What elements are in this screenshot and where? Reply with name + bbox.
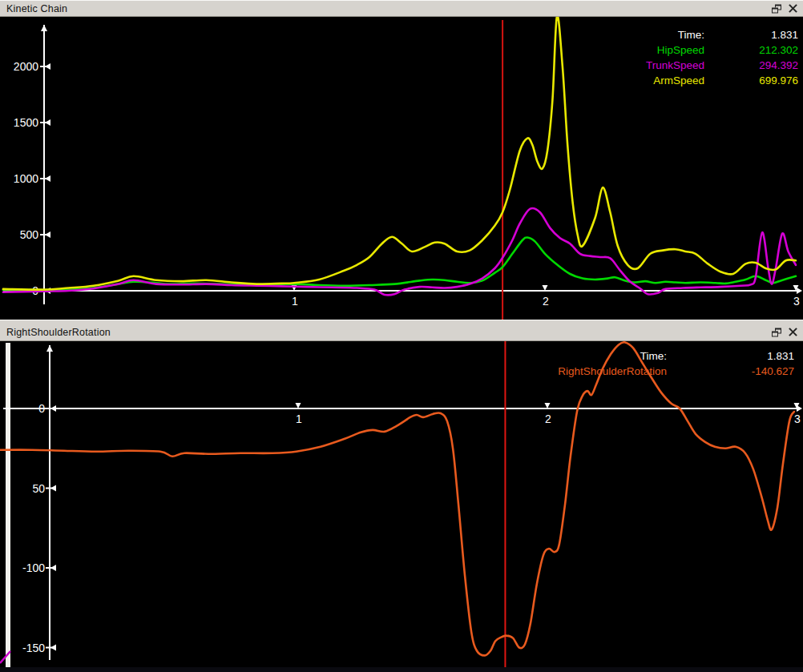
shoulder-rotation-titlebar[interactable]: RightShoulderRotation: [0, 320, 803, 341]
y-tick-label: -150: [22, 642, 45, 654]
shoulder-rotation-legend: Time:1.831RightShoulderRotation-140.627: [558, 348, 794, 379]
x-tick-label: 2: [545, 412, 551, 425]
y-tick-label: -100: [22, 561, 45, 574]
left-edge-bar: [6, 343, 10, 667]
y-tick-label: 1000: [14, 172, 38, 185]
x-tick-label: 1: [296, 412, 302, 425]
y-tick-arrow: [50, 565, 56, 571]
legend-series-value: 212.302: [704, 44, 798, 56]
panel-kinetic-chain: Kinetic Chain 1230500100015002000 Time:1…: [0, 0, 803, 320]
x-tick: [545, 403, 551, 408]
y-tick-arrow: [45, 175, 50, 182]
legend-time-value: 1.831: [704, 29, 798, 41]
legend-row: Time:1.831: [646, 27, 798, 42]
close-icon[interactable]: [789, 328, 797, 336]
shoulder-rotation-plot: 123050-100-150: [0, 341, 803, 672]
y-axis-arrow: [46, 345, 53, 352]
bottom-strip: [0, 667, 803, 672]
legend-series-value: 699.976: [704, 74, 798, 87]
panel-title: RightShoulderRotation: [6, 327, 111, 338]
window-buttons: [772, 328, 797, 336]
legend-row: TrunkSpeed294.392: [646, 58, 798, 73]
panel-right-shoulder-rotation: RightShoulderRotation 123050-100-150 Tim…: [0, 320, 803, 672]
y-tick-arrow: [50, 485, 56, 492]
x-tick-label: 1: [292, 295, 298, 308]
motion-analysis-workspace: { "panels": [ { "title": "Kinetic Chain"…: [0, 0, 803, 672]
legend-row: ArmSpeed699.976: [646, 73, 798, 88]
series-RightShoulderRotation: [0, 342, 794, 655]
legend-series-name: HipSpeed: [657, 44, 704, 56]
y-tick-label: 1500: [14, 116, 38, 129]
x-tick: [296, 403, 301, 408]
kinetic-chain-chart-area[interactable]: 1230500100015002000 Time:1.831HipSpeed21…: [0, 17, 803, 320]
x-tick-label: 3: [794, 412, 801, 425]
y-tick-label: 500: [20, 228, 39, 241]
window-buttons: [772, 4, 797, 13]
y-tick-arrow: [50, 645, 56, 651]
y-tick-label: 0: [38, 402, 45, 415]
legend-series-name: ArmSpeed: [653, 74, 704, 87]
legend-time-value: 1.831: [667, 350, 794, 362]
legend-row: Time:1.831: [558, 348, 794, 364]
panel-title: Kinetic Chain: [6, 3, 67, 14]
kinetic-chain-legend: Time:1.831HipSpeed212.302TrunkSpeed294.3…: [646, 27, 798, 88]
y-axis-arrow: [41, 25, 47, 31]
legend-row: HipSpeed212.302: [646, 42, 798, 58]
float-window-icon[interactable]: [772, 4, 781, 13]
y-tick-arrow: [50, 405, 56, 412]
legend-series-name: TrunkSpeed: [646, 59, 704, 71]
x-tick-label: 2: [543, 295, 549, 308]
x-axis-arrow: [797, 288, 802, 294]
close-icon[interactable]: [789, 5, 797, 13]
legend-series-value: 294.392: [704, 59, 798, 71]
legend-row: RightShoulderRotation-140.627: [558, 364, 794, 379]
shoulder-rotation-chart-area[interactable]: 123050-100-150 Time:1.831RightShoulderRo…: [0, 341, 803, 672]
x-tick: [543, 285, 548, 291]
x-tick-label: 3: [793, 295, 800, 308]
y-tick-label: 50: [32, 482, 45, 495]
y-tick-label: 2000: [14, 60, 38, 73]
y-tick-arrow: [45, 119, 50, 126]
legend-time-label: Time:: [678, 29, 704, 41]
legend-time-label: Time:: [640, 350, 667, 362]
y-tick-arrow: [45, 231, 50, 238]
legend-series-name: RightShoulderRotation: [558, 365, 667, 377]
legend-series-value: -140.627: [667, 365, 794, 377]
y-tick-arrow: [45, 63, 50, 70]
float-window-icon[interactable]: [772, 328, 781, 336]
kinetic-chain-titlebar[interactable]: Kinetic Chain: [0, 0, 803, 17]
